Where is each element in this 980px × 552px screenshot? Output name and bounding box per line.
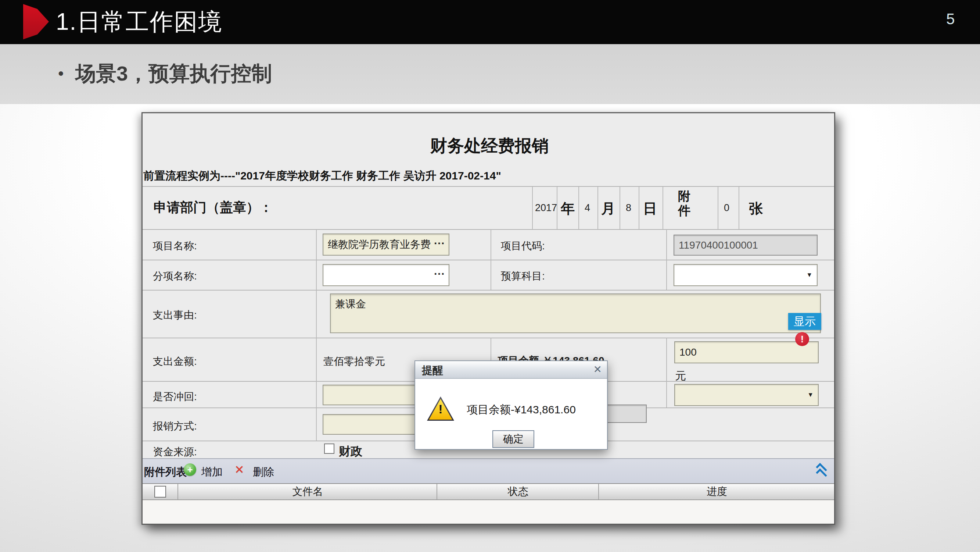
ellipsis-icon[interactable]: ··· [434, 268, 445, 280]
dialog-message: 项目余额-¥143,861.60 [467, 402, 576, 417]
delete-attachment-button[interactable]: 删除 [253, 465, 274, 480]
divider [666, 229, 667, 290]
amount-in-words: 壹佰零拾零元 [323, 354, 385, 369]
reverse-label: 是否冲回: [153, 390, 197, 404]
slide: 1.日常工作困境 5 • 场景3，预算执行控制 财务处经费报销 前置流程实例为-… [0, 0, 980, 552]
divider [598, 187, 598, 229]
project-name-input[interactable] [327, 234, 439, 255]
attachments-table-header: 文件名 状态 进度 [143, 483, 834, 500]
month-value: 4 [585, 202, 590, 214]
divider [143, 260, 834, 260]
select-all-checkbox[interactable] [154, 486, 166, 498]
year-unit: 年 [561, 199, 575, 218]
divider [143, 186, 834, 187]
amount-unit: 元 [675, 369, 686, 384]
pre-process-line: 前置流程实例为----"2017年度学校财务工作 财务工作 吴访升 2017-0… [143, 168, 501, 183]
reverse-dropdown[interactable]: ▼ [674, 384, 819, 406]
error-icon: ! [795, 332, 809, 346]
close-icon[interactable]: ✕ [593, 363, 602, 375]
reimbursement-form-window: 财务处经费报销 前置流程实例为----"2017年度学校财务工作 财务工作 吴访… [142, 112, 835, 525]
expense-reason-label: 支出事由: [153, 308, 197, 322]
budget-subject-dropdown[interactable]: ▼ [673, 264, 818, 286]
year-value: 2017 [535, 202, 557, 214]
bullet-glyph: • [58, 44, 64, 104]
divider [619, 187, 620, 229]
add-attachment-button[interactable]: 增加 [201, 465, 223, 480]
month-unit: 月 [601, 199, 615, 218]
add-icon[interactable]: + [184, 463, 196, 476]
divider [738, 187, 739, 229]
amount-input[interactable] [679, 342, 806, 362]
fund-source-checkbox[interactable] [324, 444, 334, 454]
show-button[interactable]: 显示 [788, 313, 821, 330]
day-unit: 日 [643, 199, 657, 218]
slide-subtitle: 场景3，预算执行控制 [75, 44, 272, 104]
reimburse-method-label: 报销方式: [153, 419, 197, 433]
collapse-icon[interactable] [816, 466, 826, 477]
apply-dept-label: 申请部门（盖章）： [154, 199, 273, 217]
divider [143, 229, 834, 230]
divider [639, 187, 640, 229]
project-name-label: 项目名称: [153, 239, 197, 253]
chevron-down-icon[interactable]: ▼ [807, 391, 813, 399]
fund-source-option: 财政 [339, 444, 362, 460]
ellipsis-icon[interactable]: ··· [434, 237, 445, 250]
column-header-status: 状态 [436, 484, 599, 499]
expense-amount-label: 支出金额: [153, 354, 197, 369]
divider [490, 229, 491, 290]
warning-icon: ! [427, 396, 454, 421]
slide-title: 1.日常工作困境 [56, 0, 222, 44]
divider [578, 187, 579, 229]
attachments-title: 附件列表 [144, 465, 187, 480]
delete-icon[interactable]: ✕ [234, 463, 244, 477]
attachments-table-body [143, 500, 834, 524]
column-header-progress: 进度 [598, 484, 835, 499]
divider [718, 187, 718, 229]
divider [532, 187, 533, 229]
budget-subject-label: 预算科目: [501, 269, 545, 283]
divider [316, 229, 317, 440]
attachment-label: 附件 [677, 189, 691, 218]
alert-dialog: 提醒 ✕ ! 项目余额-¥143,861.60 确定 [415, 361, 608, 450]
attachment-count: 0 [724, 202, 729, 214]
column-header-filename: 文件名 [178, 484, 437, 499]
project-name-field[interactable]: ··· [323, 233, 449, 255]
chevron-down-icon[interactable]: ▼ [806, 271, 813, 279]
sub-item-label: 分项名称: [153, 269, 197, 283]
form-title: 财务处经费报销 [143, 135, 836, 157]
dialog-title: 提醒 [422, 363, 443, 378]
project-code-input [678, 235, 805, 255]
project-code-field [673, 235, 818, 255]
ok-button[interactable]: 确定 [492, 430, 534, 448]
attachments-toolbar [143, 458, 834, 483]
fund-source-label: 资金来源: [153, 445, 197, 459]
attachment-unit: 张 [749, 199, 763, 218]
divider [143, 338, 834, 338]
expense-reason-textarea[interactable]: 兼课金 [330, 294, 821, 333]
day-value: 8 [626, 202, 631, 214]
divider [666, 338, 667, 407]
page-number: 5 [946, 10, 955, 28]
amount-field[interactable] [674, 341, 819, 363]
divider [143, 290, 834, 290]
divider [662, 187, 663, 229]
dialog-title-bar[interactable]: 提醒 ✕ [415, 361, 607, 379]
project-code-label: 项目代码: [501, 239, 545, 253]
sub-item-field[interactable]: ··· [323, 264, 449, 286]
select-all-cell [143, 484, 178, 499]
